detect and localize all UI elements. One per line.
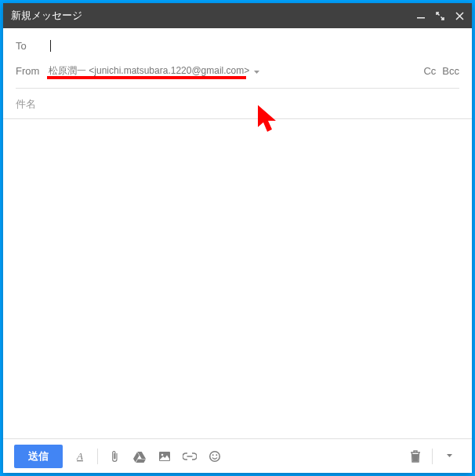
svg-text:A: A [76, 450, 83, 462]
titlebar-controls [417, 12, 464, 20]
compose-toolbar: 送信 A [3, 438, 472, 473]
attach-icon[interactable] [103, 445, 126, 468]
separator [432, 449, 433, 464]
svg-point-5 [212, 454, 214, 456]
to-input[interactable] [51, 38, 459, 53]
format-text-icon[interactable]: A [69, 445, 92, 468]
window-title: 新規メッセージ [11, 9, 417, 23]
expand-icon[interactable] [436, 12, 444, 20]
svg-point-6 [216, 454, 217, 456]
body-area[interactable] [3, 119, 472, 438]
svg-rect-0 [417, 17, 425, 19]
more-options-icon[interactable] [437, 445, 461, 468]
header-fields: To From 松原潤一 <junichi.matsubara.1220@gma… [3, 28, 472, 89]
bcc-button[interactable]: Bcc [442, 65, 459, 77]
close-icon[interactable] [455, 12, 464, 20]
cc-bcc-toggle: Cc Bcc [423, 65, 459, 77]
drive-icon[interactable] [128, 445, 151, 468]
subject-row[interactable] [3, 89, 472, 119]
emoji-icon[interactable] [203, 445, 227, 468]
body-textarea[interactable] [16, 129, 459, 429]
chevron-down-icon[interactable] [254, 65, 259, 77]
separator [97, 449, 98, 464]
svg-point-4 [210, 451, 220, 461]
to-label: To [16, 40, 49, 52]
delete-icon[interactable] [404, 445, 427, 468]
insert-link-icon[interactable] [178, 445, 201, 468]
svg-point-3 [161, 453, 164, 456]
from-label: From [16, 65, 49, 77]
compose-window: 新規メッセージ To From 松原潤一 <junichi.matsubara.… [3, 3, 472, 473]
titlebar[interactable]: 新規メッセージ [3, 3, 472, 28]
to-row[interactable]: To [16, 33, 459, 58]
minimize-icon[interactable] [417, 12, 425, 20]
send-button[interactable]: 送信 [14, 445, 63, 468]
from-row: From 松原潤一 <junichi.matsubara.1220@gmail.… [16, 58, 459, 83]
subject-input[interactable] [16, 98, 459, 110]
insert-photo-icon[interactable] [153, 445, 176, 468]
cc-button[interactable]: Cc [423, 65, 436, 77]
annotation-underline [47, 76, 246, 79]
